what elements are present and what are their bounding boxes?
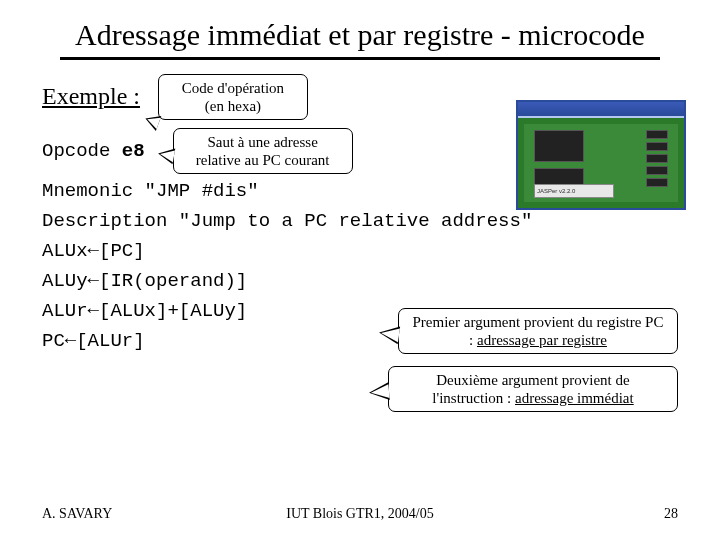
callout-underline: adressage par registre <box>477 332 607 348</box>
callout-pointer-icon <box>156 145 175 164</box>
microcode-step: ALUx←[PC] <box>42 240 678 262</box>
callout-first-arg: Premier argument provient du registre PC… <box>398 308 678 354</box>
window-titlebar <box>518 102 684 116</box>
microcode-step: ALUy←[IR(operand)] <box>42 270 678 292</box>
simulator-version-panel: JASPer v2.2.0 <box>534 184 614 198</box>
callout-jump-relative: Saut à une adresse relative au PC couran… <box>173 128 353 174</box>
circuit-board: JASPer v2.2.0 <box>524 124 678 202</box>
opcode-value: e8 <box>122 140 145 162</box>
footer-course: IUT Blois GTR1, 2004/05 <box>0 506 720 522</box>
callout-opcode-hex: Code d'opération (en hexa) <box>158 74 308 120</box>
opcode-line: Opcode e8 <box>42 140 145 162</box>
callout-line: relative au PC courant <box>196 152 330 168</box>
chip-icon <box>534 130 584 162</box>
callout-pointer-icon <box>368 382 389 402</box>
simulator-screenshot: JASPer v2.2.0 <box>516 100 686 210</box>
description-line: Description "Jump to a PC relative addre… <box>42 210 678 232</box>
chip-icon <box>646 178 668 187</box>
slide-title: Adressage immédiat et par registre - mic… <box>60 18 660 60</box>
chip-icon <box>646 130 668 139</box>
chip-icon <box>646 166 668 175</box>
callout-line: Saut à une adresse <box>207 134 317 150</box>
callout-second-arg: Deuxième argument provient de l'instruct… <box>388 366 678 412</box>
callout-line: Code d'opération <box>182 80 284 96</box>
opcode-label: Opcode <box>42 140 122 162</box>
example-label: Exemple : <box>42 83 140 110</box>
chip-icon <box>646 142 668 151</box>
callout-pointer-icon <box>378 324 400 345</box>
callout-underline: adressage immédiat <box>515 390 634 406</box>
chip-icon <box>646 154 668 163</box>
callout-line: (en hexa) <box>205 98 261 114</box>
